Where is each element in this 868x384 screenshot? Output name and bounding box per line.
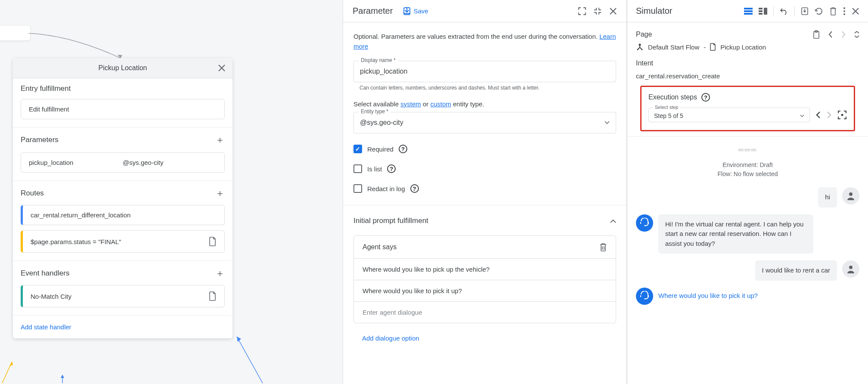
svg-rect-9: [759, 10, 763, 12]
is-list-label: Is list: [367, 165, 382, 173]
add-event-handler-icon[interactable]: ＋: [215, 267, 225, 280]
routes-heading: Routes: [21, 189, 44, 198]
svg-point-15: [843, 13, 845, 15]
svg-marker-1: [9, 362, 13, 366]
svg-rect-8: [759, 8, 763, 9]
page-card-title: Pickup Location: [99, 64, 147, 72]
add-route-icon[interactable]: ＋: [215, 187, 225, 200]
parameters-heading: Parameters: [21, 136, 59, 144]
svg-point-23: [645, 225, 646, 226]
edit-fulfillment-button[interactable]: Edit fulfillment: [21, 99, 225, 119]
chevron-down-icon: [604, 121, 610, 124]
route-row[interactable]: car_rental.return_different_location: [21, 205, 225, 225]
add-state-handler-link[interactable]: Add state handler: [13, 316, 232, 338]
exit-fullscreen-icon[interactable]: [594, 7, 601, 15]
add-parameter-icon[interactable]: ＋: [215, 133, 225, 146]
close-icon[interactable]: [218, 64, 226, 72]
delete-icon[interactable]: [829, 7, 837, 15]
svg-rect-10: [759, 13, 763, 15]
delete-icon[interactable]: [599, 243, 607, 251]
page-icon: [209, 291, 217, 301]
simulator-panel: Simulator Page Default Star: [627, 0, 868, 384]
redact-label: Redact in log: [367, 185, 405, 192]
event-handler-row[interactable]: No-Match City: [21, 285, 225, 307]
step-select[interactable]: Select step Step 5 of 5: [648, 108, 810, 122]
add-dialogue-link[interactable]: Add dialogue option: [353, 323, 616, 346]
svg-rect-6: [744, 10, 753, 12]
svg-point-19: [637, 49, 639, 50]
system-entity-link[interactable]: system: [400, 100, 421, 108]
fullscreen-icon[interactable]: [578, 7, 586, 15]
help-icon[interactable]: ?: [701, 93, 710, 102]
page-icon: [209, 237, 217, 246]
bot-avatar-icon: [636, 288, 653, 305]
svg-point-22: [849, 192, 852, 196]
route-row[interactable]: $page.params.status = "FINAL": [21, 230, 225, 253]
svg-point-20: [642, 49, 643, 50]
entity-type-description: Select available system or custom entity…: [353, 100, 616, 108]
help-icon[interactable]: ?: [399, 145, 407, 153]
agent-dialogue-input[interactable]: Enter agent dialogue: [354, 301, 616, 323]
display-name-label: Display name *: [359, 57, 398, 63]
bot-message-link[interactable]: Where would you like to pick it up?: [658, 288, 758, 304]
intent-heading: Intent: [636, 59, 859, 67]
svg-point-13: [843, 7, 845, 9]
breadcrumb: Default Start Flow - Pickup Location: [636, 43, 859, 51]
entry-fulfillment-heading: Entry fulfillment: [21, 84, 225, 93]
more-icon[interactable]: [843, 7, 846, 15]
execution-steps-heading: Execution steps: [648, 93, 697, 101]
display-name-hint: Can contain letters, numbers, underscore…: [353, 85, 616, 91]
collapse-icon[interactable]: [610, 219, 616, 223]
required-label: Required: [367, 146, 394, 153]
agent-says-heading: Agent says: [363, 243, 397, 251]
page-heading: Page: [636, 31, 652, 38]
close-icon[interactable]: [852, 7, 859, 15]
drag-handle-icon[interactable]: ═══: [636, 146, 859, 155]
save-conversation-icon[interactable]: [801, 7, 809, 15]
is-list-checkbox[interactable]: [353, 164, 362, 173]
previous-icon[interactable]: [828, 31, 833, 38]
help-icon[interactable]: ?: [387, 164, 396, 173]
execution-steps-section: Execution steps ? Select step Step 5 of …: [640, 86, 855, 131]
parameter-row[interactable]: pickup_location @sys.geo-city: [21, 152, 225, 173]
step-previous-icon[interactable]: [816, 111, 821, 119]
environment-info: Environment: Draft Flow: No flow selecte…: [636, 161, 859, 179]
save-button[interactable]: Save: [403, 7, 428, 15]
parameter-description: Optional. Parameters are values extracte…: [353, 32, 616, 51]
user-message: hi: [818, 187, 837, 207]
redact-checkbox[interactable]: [353, 184, 362, 193]
view-mode-stacked-icon[interactable]: [744, 8, 753, 15]
parameter-panel: Parameter Save Optional. Parameters are …: [343, 0, 627, 384]
chevron-down-icon: [800, 115, 804, 117]
page-icon: [710, 43, 716, 51]
required-checkbox[interactable]: ✓: [353, 145, 362, 153]
reset-icon[interactable]: [815, 7, 823, 15]
next-icon[interactable]: [841, 31, 846, 38]
page-card: Pickup Location Entry fulfillment Edit f…: [13, 58, 232, 338]
view-mode-split-icon[interactable]: [759, 8, 767, 15]
svg-point-21: [841, 114, 843, 116]
user-avatar-icon: [842, 260, 859, 278]
close-icon[interactable]: [609, 7, 617, 15]
display-name-input[interactable]: [353, 61, 616, 82]
event-handlers-heading: Event handlers: [21, 269, 69, 278]
flow-icon: [636, 43, 644, 51]
parameter-type: @sys.geo-city: [123, 159, 217, 166]
agent-dialogue-line[interactable]: Where would you like to pick up the vehi…: [354, 258, 616, 280]
simulator-title: Simulator: [636, 6, 672, 16]
help-icon[interactable]: ?: [410, 184, 419, 193]
focus-icon[interactable]: [837, 110, 847, 120]
svg-rect-5: [744, 8, 753, 9]
agent-dialogue-line[interactable]: Where would you like to pick it up?: [354, 280, 616, 301]
svg-point-24: [849, 266, 852, 269]
clipboard-icon[interactable]: [813, 30, 820, 39]
undo-icon[interactable]: [780, 7, 788, 15]
collapse-icon[interactable]: [854, 31, 859, 38]
entity-type-label: Entity type *: [359, 108, 391, 115]
user-avatar-icon: [842, 187, 859, 204]
panel-title: Parameter: [353, 6, 393, 16]
custom-entity-link[interactable]: custom: [430, 100, 451, 108]
parameter-name: pickup_location: [29, 159, 123, 166]
step-next-icon: [827, 111, 831, 119]
entity-type-select[interactable]: @sys.geo-city: [353, 112, 616, 133]
